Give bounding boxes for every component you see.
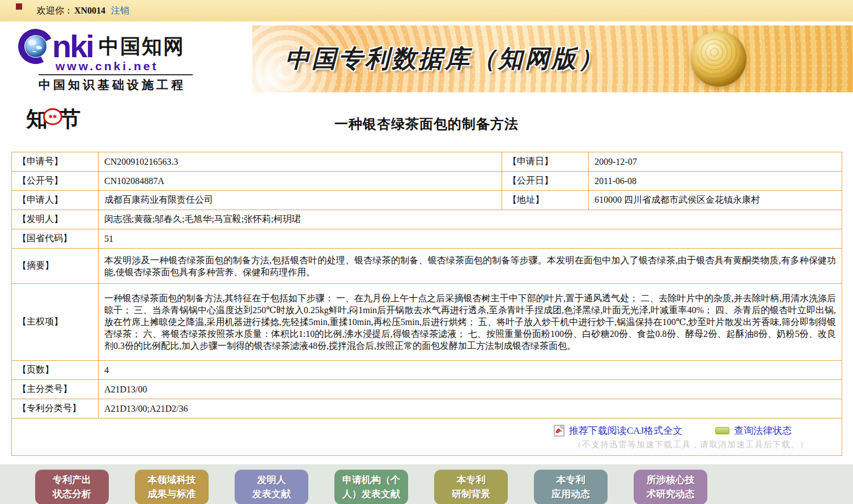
download-note: （不支持迅雷等加速下载工具，请取消加速工具后下载。） xyxy=(18,439,836,450)
field-value-application-date: 2009-12-07 xyxy=(589,152,842,172)
field-value-publication-number: CN102084887A xyxy=(99,172,502,191)
table-row-links: 推荐下载阅读CAJ格式全文 查询法律状态 （不支持迅雷等加速下载工具，请取消加速… xyxy=(12,418,842,456)
links-cell: 推荐下载阅读CAJ格式全文 查询法律状态 （不支持迅雷等加速下载工具，请取消加速… xyxy=(12,418,842,456)
field-value-patent-classification: A21D13/00;A21D2/36 xyxy=(99,399,842,418)
download-caj-label: 推荐下载阅读CAJ格式全文 xyxy=(569,424,682,437)
field-label-publication-date: 【公开日】 xyxy=(502,172,589,191)
table-row: 【摘要】 本发明涉及一种银杏绿茶面包的制备方法,包括银杏叶的处理、银杏绿茶的制备… xyxy=(12,249,842,284)
welcome-bar: 欢迎你： XN0014 注销 xyxy=(0,0,853,22)
cnki-cn-name: 中国知网 xyxy=(99,33,185,61)
field-value-address: 610000 四川省成都市武侯区金花镇永康村 xyxy=(589,191,842,210)
corner-marker-icon xyxy=(16,3,22,10)
field-value-applicant: 成都百康药业有限责任公司 xyxy=(99,191,502,210)
knowledge-node-logo[interactable]: 知 ✱✱ 节 xyxy=(26,105,80,134)
table-row: 【国省代码】 51 xyxy=(12,229,842,249)
table-row: 【页数】 4 xyxy=(12,361,842,380)
welcome-label: 欢迎你： xyxy=(37,5,73,17)
cnki-url: www.cnki.net xyxy=(56,59,252,73)
core-technology-research-button[interactable]: 所涉核心技 术研究动态 xyxy=(634,469,707,504)
cnki-subtitle: 中国知识基础设施工程 xyxy=(39,77,252,93)
download-caj-link[interactable]: 推荐下载阅读CAJ格式全文 xyxy=(554,424,682,437)
field-label-province-code: 【国省代码】 xyxy=(12,229,99,249)
banner-art: 中国专利数据库（知网版） xyxy=(252,25,853,92)
field-value-main-classification: A21D13/00 xyxy=(99,380,842,399)
table-row: 【发明人】 闵志强;黄薇;邬春久;毛旭华;马宣毅;张怀莉;柯玥珺 xyxy=(12,210,842,229)
legal-status-icon xyxy=(715,427,729,434)
field-label-address: 【地址】 xyxy=(502,191,589,210)
inventor-publications-button[interactable]: 发明人 发表文献 xyxy=(235,469,308,504)
field-value-application-number: CN200910216563.3 xyxy=(99,152,502,172)
field-label-patent-classification: 【专利分类号】 xyxy=(12,399,99,418)
legal-status-link[interactable]: 查询法律状态 xyxy=(715,424,792,437)
golden-sphere-icon xyxy=(691,31,746,87)
table-row: 【专利分类号】 A21D13/00;A21D2/36 xyxy=(12,399,842,418)
field-label-main-classification: 【主分类号】 xyxy=(12,380,99,399)
field-label-application-date: 【申请日】 xyxy=(502,152,589,172)
pdf-file-icon xyxy=(554,425,565,437)
logo-divider xyxy=(39,74,193,75)
table-row: 【申请号】 CN200910216563.3 【申请日】 2009-12-07 xyxy=(12,152,842,172)
banner: nki 中国知网 www.cnki.net 中国知识基础设施工程 中国专利数据库… xyxy=(0,25,853,92)
footer-button-bar: 专利产出 状态分析 本领域科技 成果与标准 发明人 发表文献 申请机构（个 人）… xyxy=(0,464,853,504)
field-label-pages: 【页数】 xyxy=(12,361,99,380)
patent-development-background-button[interactable]: 本专利 研制背景 xyxy=(434,469,508,504)
field-value-inventors: 闵志强;黄薇;邬春久;毛旭华;马宣毅;张怀莉;柯玥珺 xyxy=(99,210,842,229)
field-value-abstract: 本发明涉及一种银杏绿茶面包的制备方法,包括银杏叶的处理、银杏绿茶的制备、银杏绿茶… xyxy=(99,249,842,284)
field-value-pages: 4 xyxy=(99,361,842,380)
table-row: 【公开号】 CN102084887A 【公开日】 2011-06-08 xyxy=(12,172,842,191)
table-row: 【申请人】 成都百康药业有限责任公司 【地址】 610000 四川省成都市武侯区… xyxy=(12,191,842,210)
database-banner-title: 中国专利数据库（知网版） xyxy=(285,42,605,75)
field-value-publication-date: 2011-06-08 xyxy=(589,172,842,191)
cnki-logo[interactable]: nki 中国知网 www.cnki.net 中国知识基础设施工程 xyxy=(0,25,252,92)
cnki-globe-icon xyxy=(18,29,53,64)
logout-link[interactable]: 注销 xyxy=(111,5,129,17)
username: XN0014 xyxy=(74,6,105,16)
applicant-publications-button[interactable]: 申请机构（个 人）发表文献 xyxy=(334,469,408,504)
field-value-main-claim: 一种银杏绿茶面包的制备方法,其特征在于包括如下步骤： 一、在九月份上午十点之后采… xyxy=(99,284,842,361)
patent-application-trends-button[interactable]: 本专利 应用动态 xyxy=(534,469,608,504)
table-row: 【主分类号】 A21D13/00 xyxy=(12,380,842,399)
page-title: 一种银杏绿茶面包的制备方法 xyxy=(0,92,853,133)
red-seal-icon: ✱✱ xyxy=(43,108,62,125)
patent-output-analysis-button[interactable]: 专利产出 状态分析 xyxy=(35,469,109,504)
field-label-publication-number: 【公开号】 xyxy=(12,172,99,191)
title-row: 知 ✱✱ 节 一种银杏绿茶面包的制备方法 xyxy=(0,92,853,152)
field-achievements-standards-button[interactable]: 本领域科技 成果与标准 xyxy=(135,469,209,504)
field-value-province-code: 51 xyxy=(99,229,842,249)
patent-detail-table: 【申请号】 CN200910216563.3 【申请日】 2009-12-07 … xyxy=(11,152,842,456)
field-label-inventors: 【发明人】 xyxy=(12,210,99,229)
field-label-application-number: 【申请号】 xyxy=(12,152,99,172)
field-label-main-claim: 【主权项】 xyxy=(12,284,99,361)
table-row: 【主权项】 一种银杏绿茶面包的制备方法,其特征在于包括如下步骤： 一、在九月份上… xyxy=(12,284,842,361)
field-label-abstract: 【摘要】 xyxy=(12,249,99,284)
field-label-applicant: 【申请人】 xyxy=(12,191,99,210)
node-char-2: 节 xyxy=(59,105,80,134)
cnki-brand-text: nki xyxy=(52,31,93,62)
legal-status-label: 查询法律状态 xyxy=(734,424,792,437)
